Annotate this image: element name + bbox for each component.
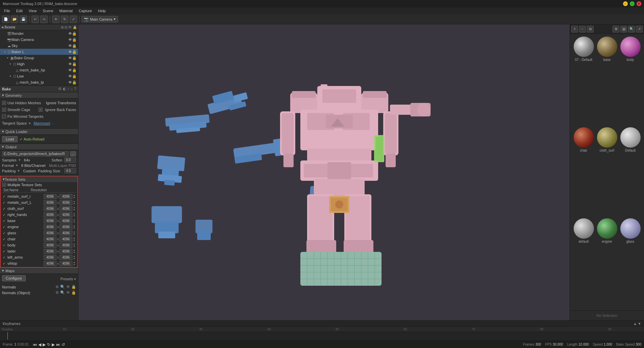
ts-res-h-1[interactable]: [60, 200, 72, 205]
add-material-button[interactable]: +: [571, 26, 578, 32]
configure-button[interactable]: Configure: [2, 275, 26, 281]
quick-loader-header[interactable]: ▾ Quick Loader: [0, 129, 78, 135]
ts-spinner-0[interactable]: ▲▼: [73, 194, 75, 199]
texture-set-row[interactable]: ✓ base x ▲▼: [2, 218, 76, 224]
ts-spinner-7[interactable]: ▲▼: [73, 237, 75, 241]
next-frame-button[interactable]: ▶: [52, 342, 55, 347]
material-search-button[interactable]: 🔍: [628, 26, 635, 32]
material-item-body[interactable]: body: [619, 37, 641, 126]
material-item-Default[interactable]: Default: [619, 127, 641, 217]
timeline-scroll-up[interactable]: ▲: [633, 322, 637, 326]
ts-check-0[interactable]: ✓: [3, 195, 7, 198]
bake-help-icon[interactable]: ?: [74, 87, 76, 91]
normals-lock-icon[interactable]: 🔒: [71, 285, 76, 289]
presets-dropdown-icon[interactable]: ▾: [74, 277, 76, 281]
ts-res-h-3[interactable]: [60, 212, 72, 217]
scene-visibility-icon[interactable]: 👁: [68, 25, 72, 29]
play-loop-button[interactable]: ↻: [47, 342, 50, 347]
tree-item-render[interactable]: 🎬 Render 👁 🔒: [0, 30, 78, 37]
redo-button[interactable]: ↪: [40, 16, 48, 23]
ts-check-5[interactable]: ✓: [3, 225, 7, 229]
menu-scene[interactable]: Scene: [40, 8, 56, 14]
expand-high-icon[interactable]: ▾: [8, 62, 12, 66]
maximize-button[interactable]: □: [630, 1, 635, 6]
output-section-header[interactable]: ▾ Output: [0, 144, 78, 150]
duplicate-material-button[interactable]: ⧉: [587, 26, 594, 32]
ts-res-w-3[interactable]: [44, 212, 56, 217]
ts-res-w-0[interactable]: [44, 194, 56, 199]
viewport[interactable]: [78, 24, 570, 320]
ts-spinner-8[interactable]: ▲▼: [73, 243, 75, 247]
geometry-section-header[interactable]: ▾ Geometry: [0, 92, 78, 99]
tree-item-low[interactable]: ▾ ⬡ Low 👁 🔒: [0, 73, 78, 79]
ts-res-w-8[interactable]: [44, 243, 56, 248]
ts-res-h-11[interactable]: [60, 261, 72, 266]
render-lock-icon[interactable]: 🔒: [72, 31, 78, 36]
rotate-tool[interactable]: ↻: [61, 16, 68, 23]
low-visibility-icon[interactable]: 👁: [68, 74, 72, 78]
bake-icon-1[interactable]: ⚙: [58, 87, 62, 91]
padding-size-input[interactable]: [64, 168, 76, 173]
ts-spinner-5[interactable]: ▲▼: [73, 224, 75, 229]
material-settings-button[interactable]: ⚙: [613, 26, 619, 32]
expand-bakegroup-icon[interactable]: ▾: [5, 56, 9, 60]
normals-search-icon[interactable]: 🔍: [60, 285, 65, 289]
ts-spinner-10[interactable]: ▲▼: [73, 255, 75, 260]
material-item-base[interactable]: base: [596, 37, 618, 126]
menu-help[interactable]: Help: [95, 8, 109, 14]
ts-check-6[interactable]: ✓: [3, 231, 7, 235]
fix-mirrored-checkbox[interactable]: [2, 114, 6, 118]
scale-tool[interactable]: ⤢: [70, 16, 77, 23]
menu-material[interactable]: Material: [57, 8, 75, 14]
mech-lp-visibility-icon[interactable]: 👁: [68, 80, 72, 84]
ts-res-h-5[interactable]: [60, 224, 72, 230]
scene-icon-3[interactable]: 🔒: [73, 25, 77, 29]
render-visibility-icon[interactable]: 👁: [68, 31, 72, 36]
ts-res-h-4[interactable]: [60, 218, 72, 223]
load-button[interactable]: Load: [2, 136, 18, 142]
camera-visibility-icon[interactable]: 👁: [68, 38, 72, 42]
ts-res-h-0[interactable]: [60, 194, 72, 199]
ts-res-w-2[interactable]: [44, 206, 56, 211]
soften-input[interactable]: [64, 157, 76, 162]
maps-section-header[interactable]: ▾ Maps: [0, 268, 78, 274]
bake-icon-3[interactable]: ↑: [68, 87, 70, 91]
ts-check-11[interactable]: ✓: [3, 262, 7, 265]
high-visibility-icon[interactable]: 👁: [68, 62, 72, 66]
timeline-cursor[interactable]: [7, 332, 8, 340]
ts-check-2[interactable]: ✓: [3, 207, 7, 211]
minimize-button[interactable]: ─: [623, 1, 628, 6]
bake-icon-4[interactable]: ↓: [71, 87, 73, 91]
texture-set-row[interactable]: ✓ glass x ▲▼: [2, 230, 76, 236]
material-item-default-plain[interactable]: default: [573, 218, 595, 308]
ts-check-1[interactable]: ✓: [3, 201, 7, 204]
texture-set-row[interactable]: ✓ engine x ▲▼: [2, 224, 76, 230]
texture-set-row[interactable]: ✓ lader x ▲▼: [2, 248, 76, 254]
scene-icon-1[interactable]: ⊞: [61, 25, 64, 29]
multiple-texture-sets-checkbox[interactable]: ✓: [2, 183, 6, 187]
ts-res-w-11[interactable]: [44, 261, 56, 266]
ts-res-w-9[interactable]: [44, 249, 56, 254]
timeline-scroll-down[interactable]: ▼: [638, 322, 641, 326]
output-path-text[interactable]: E:/Dmitry_projects/m0l/mech_lp/bakes/R: [2, 151, 69, 156]
tree-item-mech-lp[interactable]: △ mech_bake_lp 👁 🔒: [0, 79, 78, 85]
expand-baker-icon[interactable]: ▾: [3, 50, 7, 53]
ts-check-10[interactable]: ✓: [3, 256, 7, 259]
replay-button[interactable]: ↺: [62, 342, 65, 347]
normals-obj-eye-icon[interactable]: 👁: [66, 290, 70, 295]
move-tool[interactable]: ✛: [52, 16, 60, 23]
smooth-cage-checkbox[interactable]: ✓: [2, 108, 6, 112]
ts-res-w-10[interactable]: [44, 255, 56, 260]
timeline-tracks[interactable]: [0, 332, 644, 340]
skip-start-button[interactable]: ⏮: [33, 342, 37, 347]
mech-hp-visibility-icon[interactable]: 👁: [68, 68, 72, 72]
scene-icon-2[interactable]: ⊟: [65, 25, 67, 29]
material-item-cloth_surf[interactable]: cloth_surf: [596, 127, 618, 217]
ts-spinner-11[interactable]: ▲▼: [73, 261, 75, 266]
use-hidden-meshes-checkbox[interactable]: ✓: [2, 101, 6, 105]
camera-selector[interactable]: 📷 Main Camera ▾: [82, 16, 118, 22]
normals-obj-settings-icon[interactable]: ⚙: [55, 290, 59, 295]
new-button[interactable]: 📄: [2, 16, 9, 23]
texture-set-row[interactable]: ✓ vihlop x ▲▼: [2, 260, 76, 266]
ts-res-w-5[interactable]: [44, 224, 56, 230]
